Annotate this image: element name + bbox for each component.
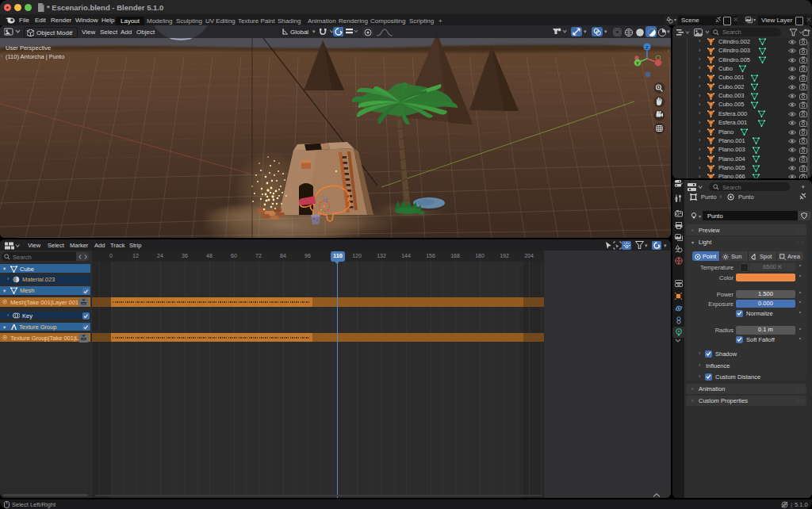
svg-text:Y: Y — [636, 61, 639, 66]
